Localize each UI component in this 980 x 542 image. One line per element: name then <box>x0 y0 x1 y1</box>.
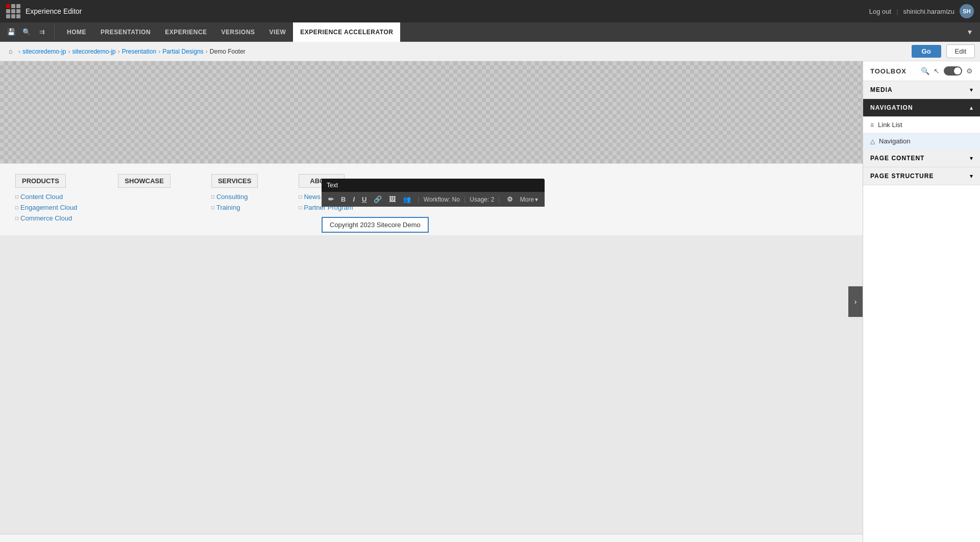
link-list-label: Link List <box>878 121 902 129</box>
save-icon-btn[interactable]: 💾 <box>4 25 18 39</box>
tab-experience[interactable]: EXPERIENCE <box>158 22 214 42</box>
edit-button[interactable]: Edit <box>946 44 975 58</box>
toolbox-section-media[interactable]: MEDIA ▾ <box>863 81 980 99</box>
footer-col-header-showcase[interactable]: SHOWCASE <box>118 174 170 188</box>
toolbox-item-navigation[interactable]: △ Navigation <box>863 133 980 150</box>
footer-col-services: SERVICES □ Consulting □ Training <box>211 174 258 225</box>
top-bar: Experience Editor Log out | shinichi.har… <box>0 0 980 22</box>
floating-toolbar: Text ✏ B I U 🔗 🖼 👥 | Workflow: No | Usag… <box>322 179 545 207</box>
toolbar-btn-users[interactable]: 👥 <box>400 194 413 204</box>
tab-view[interactable]: VIEW <box>262 22 293 42</box>
footer-col-products: PRODUCTS □ Content Cloud □ Engagement Cl… <box>15 174 77 225</box>
footer-link-consulting[interactable]: □ Consulting <box>211 193 258 201</box>
section-navigation-label: NAVIGATION <box>870 104 913 111</box>
toolbar-btn-link[interactable]: 🔗 <box>371 194 384 204</box>
link-list-icon: ≡ <box>870 121 874 129</box>
footer-col-header-services[interactable]: SERVICES <box>211 174 258 188</box>
footer-col-showcase: SHOWCASE <box>118 174 170 225</box>
link-icon-training: □ <box>211 205 214 210</box>
avatar: SH <box>960 4 974 18</box>
app-logo <box>6 4 20 18</box>
breadcrumb-partial-designs[interactable]: Partial Designs <box>162 48 204 55</box>
toolbar-title: Text <box>322 179 545 192</box>
toolbox-cursor-icon[interactable]: ↖ <box>934 67 940 75</box>
toolbox-item-link-list[interactable]: ≡ Link List <box>863 117 980 133</box>
section-media-label: MEDIA <box>870 86 893 93</box>
breadcrumb-presentation[interactable]: Presentation <box>122 48 156 55</box>
footer-link-training[interactable]: □ Training <box>211 204 258 211</box>
main-layout: PRODUCTS □ Content Cloud □ Engagement Cl… <box>0 61 980 542</box>
section-page-structure-label: PAGE STRUCTURE <box>870 173 934 180</box>
copyright-box[interactable]: Copyright 2023 Sitecore Demo <box>322 217 429 233</box>
section-page-structure-arrow: ▾ <box>970 173 973 180</box>
footer-link-commerce-cloud[interactable]: □ Commerce Cloud <box>15 214 77 222</box>
home-icon-btn[interactable]: ⌂ <box>5 46 16 57</box>
logout-link[interactable]: Log out <box>869 8 891 15</box>
toolbar-btn-italic[interactable]: I <box>350 194 357 204</box>
tabs-dropdown-arrow[interactable]: ▾ <box>964 25 976 39</box>
navigation-item-label: Navigation <box>879 137 910 145</box>
toolbar-more-btn[interactable]: More ▾ <box>518 195 541 204</box>
go-button[interactable]: Go <box>912 45 941 58</box>
section-navigation-arrow: ▴ <box>970 104 973 111</box>
toolbar-btn-underline[interactable]: U <box>359 194 369 204</box>
link-icon-content-cloud: □ <box>15 194 18 200</box>
toolbox-search-icon[interactable]: 🔍 <box>921 67 929 75</box>
toolbox-settings-icon[interactable]: ⚙ <box>966 67 973 75</box>
user-area: Log out | shinichi.haramizu SH <box>869 4 974 18</box>
breadcrumb-sitecoredemo1[interactable]: sitecoredemo-jp <box>22 48 66 55</box>
nav-tabs: 💾 🔍 ⇉ HOME PRESENTATION EXPERIENCE VERSI… <box>0 22 980 42</box>
link-icon-consulting: □ <box>211 194 214 200</box>
toggle-knob <box>954 67 961 75</box>
tab-home[interactable]: HOME <box>60 22 93 42</box>
toolbox-sidebar: TOOLBOX 🔍 ↖ ⚙ MEDIA ▾ NAVIGATION ▴ ≡ Lin… <box>863 61 980 542</box>
content-area: PRODUCTS □ Content Cloud □ Engagement Cl… <box>0 61 863 542</box>
link-icon-partner-program: □ <box>299 205 302 210</box>
username-label: shinichi.haramizu <box>903 8 954 15</box>
toolbar-body: ✏ B I U 🔗 🖼 👥 | Workflow: No | Usage: 2 … <box>322 192 545 207</box>
placeholder-area <box>0 61 863 163</box>
toolbar-btn-bold[interactable]: B <box>338 194 348 204</box>
right-panel-toggle[interactable]: › <box>848 286 863 317</box>
usage-count: Usage: 2 <box>470 196 494 203</box>
toolbox-section-page-structure[interactable]: PAGE STRUCTURE ▾ <box>863 167 980 185</box>
section-page-content-arrow: ▾ <box>970 155 973 162</box>
share-icon-btn[interactable]: ⇉ <box>35 25 49 39</box>
footer-link-content-cloud[interactable]: □ Content Cloud <box>15 193 77 201</box>
section-page-content-label: PAGE CONTENT <box>870 155 924 162</box>
toolbox-section-page-content[interactable]: PAGE CONTENT ▾ <box>863 150 980 167</box>
breadcrumb-sitecoredemo2[interactable]: sitecoredemo-jp <box>72 48 115 55</box>
link-icon-commerce-cloud: □ <box>15 215 18 221</box>
workflow-status: Workflow: No <box>424 196 460 203</box>
breadcrumb-bar: ⌂ › sitecoredemo-jp › sitecoredemo-jp › … <box>0 42 980 61</box>
horizontal-scrollbar[interactable] <box>0 534 863 542</box>
footer-col-header-products[interactable]: PRODUCTS <box>15 174 66 188</box>
toolbar-btn-image[interactable]: 🖼 <box>386 194 398 204</box>
tab-experience-accelerator[interactable]: EXPERIENCE ACCELERATOR <box>293 22 400 42</box>
toolbox-icons: 🔍 ↖ ⚙ <box>921 66 973 76</box>
toolbar-btn-pencil[interactable]: ✏ <box>326 194 336 204</box>
tab-versions[interactable]: VERSIONS <box>214 22 262 42</box>
toolbox-toggle[interactable] <box>944 66 962 76</box>
tab-icon-group: 💾 🔍 ⇉ <box>4 25 55 39</box>
user-separator: | <box>896 8 898 15</box>
section-media-arrow: ▾ <box>970 86 973 93</box>
breadcrumb-demo-footer: Demo Footer <box>210 48 246 55</box>
toolbox-section-navigation[interactable]: NAVIGATION ▴ <box>863 99 980 117</box>
link-icon-news-release: □ <box>299 194 302 200</box>
navigation-item-icon: △ <box>870 138 875 145</box>
search-icon-btn[interactable]: 🔍 <box>19 25 34 39</box>
toolbox-header: TOOLBOX 🔍 ↖ ⚙ <box>863 61 980 81</box>
app-title: Experience Editor <box>26 7 869 15</box>
toolbox-title: TOOLBOX <box>870 67 906 75</box>
link-icon-engagement-cloud: □ <box>15 205 18 210</box>
copyright-text: Copyright 2023 Sitecore Demo <box>330 221 421 229</box>
tab-presentation[interactable]: PRESENTATION <box>93 22 158 42</box>
footer-link-engagement-cloud[interactable]: □ Engagement Cloud <box>15 204 77 211</box>
toolbar-btn-settings[interactable]: ⚙ <box>504 194 516 204</box>
